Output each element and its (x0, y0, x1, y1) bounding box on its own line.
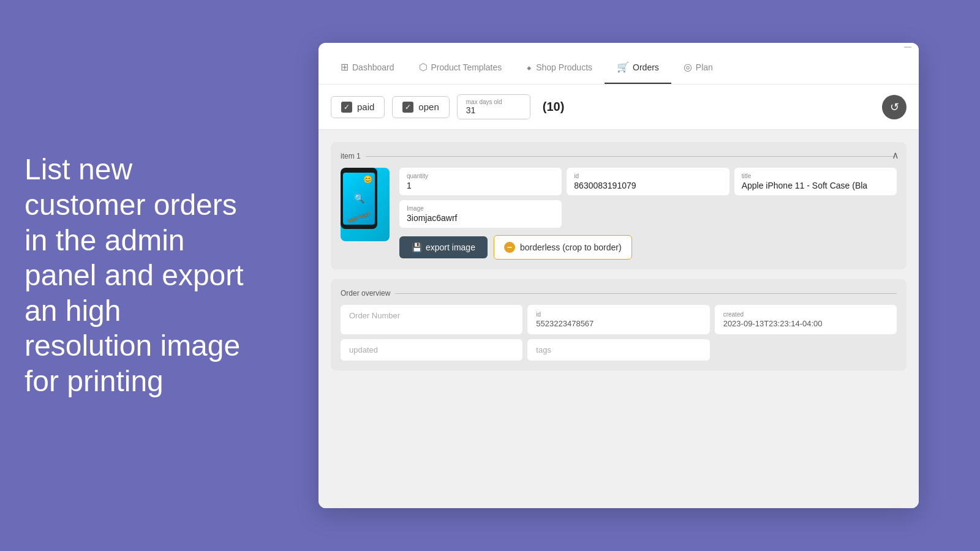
nav-label-plan: Plan (696, 62, 713, 72)
title-field: title Apple iPhone 11 - Soft Case (Bla (734, 168, 897, 195)
nav-item-plan[interactable]: ◎ Plan (671, 51, 725, 84)
product-templates-icon: ⬡ (419, 61, 428, 73)
image-field: Image 3iomjac6awrf (399, 200, 562, 228)
id-field: id 8630083191079 (567, 168, 729, 195)
quantity-value: 1 (407, 181, 554, 190)
export-image-button[interactable]: 💾 export image (399, 236, 488, 258)
item-card-title: item 1 (341, 152, 897, 160)
title-bar (318, 43, 919, 51)
id-value: 8630083191079 (574, 181, 722, 190)
zoom-icon: 🔍 (354, 193, 364, 203)
nav-item-orders[interactable]: 🛒 Orders (605, 51, 671, 84)
app-window: ⊞ Dashboard ⬡ Product Templates ⬥ Shop P… (318, 43, 919, 508)
order-card-title: Order overview (341, 289, 897, 298)
title-label: title (742, 173, 889, 179)
order-tags-field: tags (527, 339, 709, 361)
max-days-label: max days old (466, 99, 521, 105)
open-checkbox[interactable]: ✓ (402, 102, 413, 113)
nav-item-product-templates[interactable]: ⬡ Product Templates (407, 51, 514, 84)
dashboard-icon: ⊞ (341, 61, 349, 73)
borderless-button[interactable]: − borderless (crop to border) (494, 235, 632, 260)
order-updated-placeholder: updated (349, 345, 514, 354)
save-icon: 💾 (412, 242, 422, 252)
quantity-field: quantity 1 (399, 168, 562, 195)
nav-item-dashboard[interactable]: ⊞ Dashboard (328, 51, 407, 84)
main-content: item 1 ∧ 😊 🔍 TEST TEXT (318, 130, 919, 508)
nav-label-product-templates: Product Templates (431, 62, 502, 72)
id-label: id (574, 173, 722, 179)
product-image: 😊 🔍 TEST TEXT (341, 168, 390, 241)
item-content: 😊 🔍 TEST TEXT quantity 1 (341, 168, 897, 260)
image-value: 3iomjac6awrf (407, 213, 554, 223)
refresh-icon: ↺ (890, 100, 899, 114)
order-tags-placeholder: tags (536, 345, 701, 354)
filter-bar: ✓ paid ✓ open max days old 31 (10) ↺ (318, 84, 919, 130)
hero-text: List new customer orders in the admin pa… (24, 153, 244, 397)
item-card-1: item 1 ∧ 😊 🔍 TEST TEXT (331, 142, 907, 269)
nav-label-orders: Orders (633, 62, 659, 72)
orders-icon: 🛒 (617, 61, 629, 73)
minus-icon: − (504, 242, 515, 253)
right-panel: ⊞ Dashboard ⬡ Product Templates ⬥ Shop P… (270, 0, 980, 551)
plan-icon: ◎ (684, 61, 692, 73)
image-label: Image (407, 205, 554, 212)
refresh-button[interactable]: ↺ (882, 95, 907, 119)
left-panel: List new customer orders in the admin pa… (0, 115, 270, 435)
order-created-label: created (723, 311, 888, 318)
order-number-field: Order Number (341, 305, 522, 334)
order-overview-card: Order overview Order Number id 552322347… (331, 279, 907, 370)
order-fields: Order Number id 5523223478567 created 20… (341, 305, 897, 361)
order-id-value: 5523223478567 (536, 319, 701, 328)
order-count: (10) (543, 100, 565, 114)
test-text-overlay: TEST TEXT (347, 211, 371, 223)
shop-products-icon: ⬥ (526, 62, 532, 73)
title-value: Apple iPhone 11 - Soft Case (Bla (742, 181, 889, 190)
emoji-decoration: 😊 (363, 175, 372, 184)
export-label: export image (426, 242, 475, 252)
collapse-button[interactable]: ∧ (892, 149, 899, 161)
filter-paid[interactable]: ✓ paid (331, 96, 385, 118)
max-days-filter[interactable]: max days old 31 (457, 94, 530, 119)
order-id-label: id (536, 311, 701, 318)
filter-open[interactable]: ✓ open (392, 96, 449, 118)
item-fields: quantity 1 id 8630083191079 title Apple … (399, 168, 897, 260)
order-created-value: 2023-09-13T23:23:14-04:00 (723, 319, 888, 328)
phone-screen: 😊 🔍 TEST TEXT (343, 173, 375, 225)
quantity-label: quantity (407, 173, 554, 179)
phone-mockup: 😊 🔍 TEST TEXT (341, 168, 377, 229)
paid-label: paid (357, 102, 374, 112)
nav-label-dashboard: Dashboard (352, 62, 394, 72)
open-label: open (418, 102, 439, 112)
nav-bar: ⊞ Dashboard ⬡ Product Templates ⬥ Shop P… (318, 51, 919, 84)
nav-item-shop-products[interactable]: ⬥ Shop Products (514, 52, 605, 84)
max-days-value: 31 (466, 105, 521, 115)
order-created-field: created 2023-09-13T23:23:14-04:00 (715, 305, 897, 334)
nav-label-shop-products: Shop Products (536, 62, 592, 72)
order-number-placeholder: Order Number (349, 311, 514, 320)
paid-checkbox[interactable]: ✓ (341, 102, 352, 113)
order-updated-field: updated (341, 339, 522, 361)
order-id-field: id 5523223478567 (527, 305, 709, 334)
window-minimize (904, 47, 911, 48)
borderless-label: borderless (crop to border) (520, 242, 622, 252)
